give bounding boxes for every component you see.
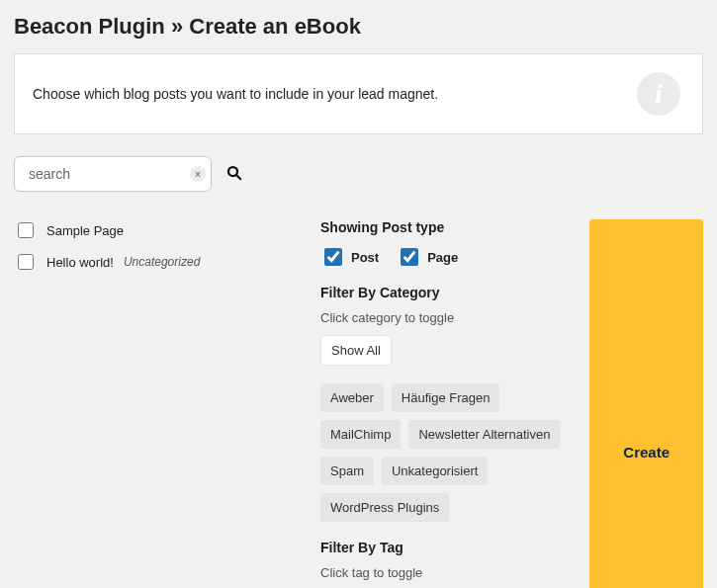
category-heading: Filter By Category [320,285,578,300]
post-list: Sample Page Hello world! Uncategorized [14,219,311,588]
post-type-page[interactable]: Page [397,245,458,269]
list-item[interactable]: Sample Page [14,219,311,241]
category-buttons: AweberHäufige FragenMailChimpNewsletter … [320,383,578,522]
search-icon [225,170,243,185]
category-show-all[interactable]: Show All [320,335,392,366]
svg-point-0 [228,167,237,176]
category-button[interactable]: Newsletter Alternativen [408,420,560,449]
post-title: Hello world! [46,255,114,270]
post-checkbox[interactable] [18,222,34,238]
post-title: Sample Page [46,223,124,238]
tag-hint: Click tag to toggle [320,565,578,580]
category-button[interactable]: Aweber [320,383,384,412]
search-button[interactable] [225,164,243,185]
action-column: Create [587,219,703,588]
checkbox-post[interactable] [324,248,342,266]
category-button[interactable]: Unkategorisiert [382,457,488,485]
category-button[interactable]: MailChimp [320,420,401,449]
category-button[interactable]: WordPress Plugins [320,493,449,522]
category-hint: Click category to toggle [320,310,578,325]
category-button[interactable]: Häufige Fragen [392,383,500,412]
post-checkbox[interactable] [18,254,34,270]
tag-heading: Filter By Tag [320,540,578,555]
checkbox-label: Post [351,250,379,265]
filter-panel: Showing Post type Post Page Filter By Ca… [320,219,578,588]
post-category: Uncategorized [124,255,200,269]
info-notice: Choose which blog posts you want to incl… [14,53,703,134]
search-input[interactable] [14,156,212,192]
checkbox-label: Page [427,250,458,265]
category-button[interactable]: Spam [320,457,374,485]
info-icon: i [637,72,680,116]
search-row: × [14,156,703,192]
page-title: Beacon Plugin » Create an eBook [14,14,703,40]
notice-text: Choose which blog posts you want to incl… [33,86,438,102]
create-button[interactable]: Create [589,219,703,588]
post-type-post[interactable]: Post [320,245,379,269]
checkbox-page[interactable] [401,248,418,266]
svg-line-1 [236,175,241,180]
clear-search-button[interactable]: × [190,166,206,182]
category-list: Show All [320,335,578,366]
post-type-heading: Showing Post type [320,219,578,235]
list-item[interactable]: Hello world! Uncategorized [14,251,311,273]
